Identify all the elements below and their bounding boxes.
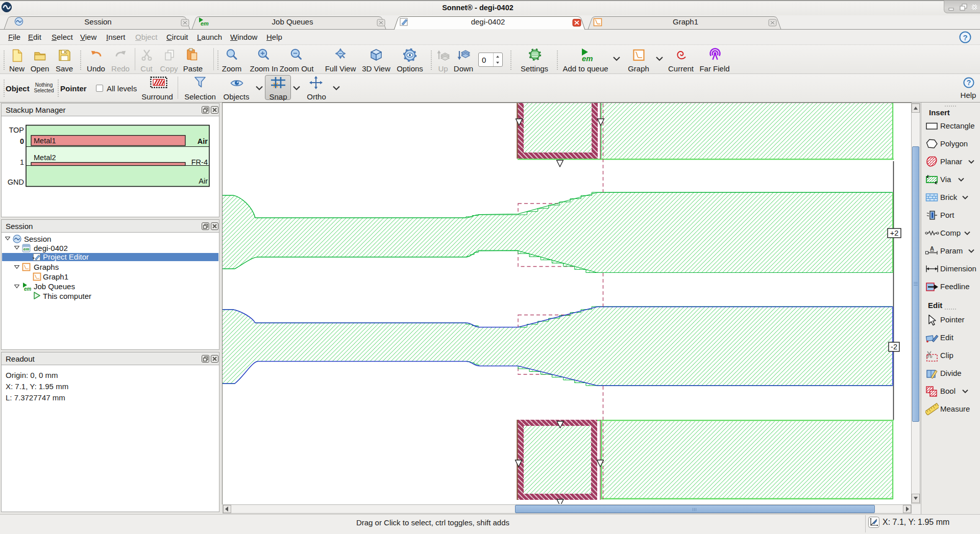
svg-text:Air: Air	[198, 137, 208, 145]
svg-text:Air: Air	[199, 177, 208, 185]
svg-text:FR-4: FR-4	[191, 158, 208, 166]
svg-text:GND: GND	[8, 178, 24, 186]
svg-text:em: em	[201, 20, 209, 27]
svg-text:A: A	[930, 246, 934, 251]
svg-text:TOP: TOP	[9, 126, 24, 134]
svg-text:em: em	[582, 54, 593, 63]
svg-text:?: ?	[967, 79, 971, 87]
svg-text:-2: -2	[891, 343, 897, 351]
svg-text:+2: +2	[890, 229, 899, 237]
svg-text:0: 0	[20, 137, 24, 145]
svg-text:1: 1	[20, 158, 24, 166]
svg-text:Metal2: Metal2	[34, 154, 56, 162]
svg-text:em: em	[23, 247, 30, 251]
svg-text:?: ?	[963, 33, 967, 42]
svg-text:em: em	[24, 286, 31, 291]
svg-text:Metal1: Metal1	[34, 137, 56, 145]
